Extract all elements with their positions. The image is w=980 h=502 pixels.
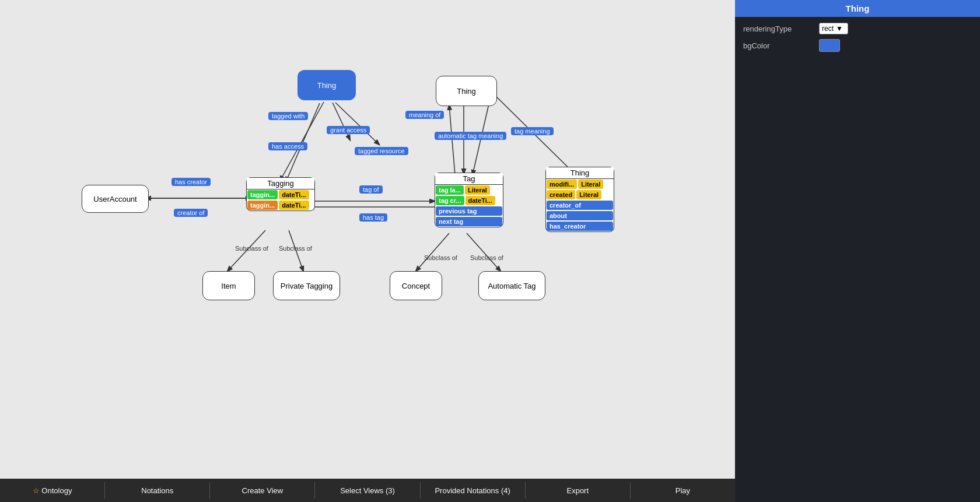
item-label: Item [216, 280, 240, 292]
play-label: Play [676, 486, 690, 495]
tagging-cell-1a: taggin... [247, 190, 278, 199]
ontology-button[interactable]: ☆ Ontology [0, 479, 104, 502]
thing-blue-node[interactable]: Thing [298, 70, 356, 100]
tagging-cell-1b: dateTi... [279, 190, 309, 199]
tagging-cell-2a: taggin... [247, 201, 278, 210]
play-button[interactable]: Play [631, 479, 735, 502]
bg-color-row: bgColor [743, 39, 972, 52]
rendering-type-value: rect [822, 24, 834, 33]
concept-node[interactable]: Concept [390, 271, 442, 300]
star-icon: ☆ [33, 486, 40, 495]
thing-cell-2b: Literal [576, 190, 601, 199]
select-views-label: Select Views (3) [340, 486, 395, 495]
bg-color-label: bgColor [743, 41, 819, 50]
thing-cell-5: has_creator [547, 222, 613, 231]
grant-access-label: grant access [327, 126, 370, 134]
right-panel-body: renderingType rect ▼ bgColor [735, 17, 980, 62]
rendering-type-row: renderingType rect ▼ [743, 23, 972, 34]
thing-blue-label: Thing [313, 80, 341, 91]
provided-notations-label: Provided Notations (4) [435, 486, 510, 495]
thing-top-right-label: Thing [452, 86, 481, 97]
tag-of-label: tag of [359, 185, 383, 194]
subclass-label-1: Subclass of [235, 245, 268, 252]
tag-meaning-label: tag meaning [511, 127, 554, 135]
concept-label: Concept [397, 280, 435, 292]
meaning-of-label: meaning of [405, 111, 444, 119]
create-view-button[interactable]: Create View [210, 479, 314, 502]
private-tagging-node[interactable]: Private Tagging [273, 271, 340, 300]
create-view-label: Create View [242, 486, 284, 495]
bg-color-swatch[interactable] [819, 39, 840, 52]
tagging-cell-2b: dateTi... [279, 201, 309, 210]
tag-cell-2b: dateTi... [466, 196, 495, 205]
tag-node[interactable]: Tag tag la... Literal tag cr... dateTi..… [435, 173, 503, 227]
ontology-label: Ontology [41, 486, 72, 495]
tagging-node[interactable]: Tagging taggin... dateTi... taggin... da… [246, 177, 315, 211]
tag-row-3: previous tag [435, 206, 503, 216]
subclass-label-2: Subclass of [279, 245, 312, 252]
tag-cell-1a: tag la... [436, 185, 464, 195]
thing-table-header: Thing [546, 167, 614, 179]
tagged-with-label: tagged with [268, 112, 308, 120]
svg-line-15 [467, 233, 501, 271]
thing-table-row-2: created Literal [546, 189, 614, 200]
svg-line-3 [335, 103, 379, 145]
tagging-row-1: taggin... dateTi... [247, 189, 314, 200]
thing-table-row-5: has_creator [546, 221, 614, 231]
item-node[interactable]: Item [202, 271, 255, 300]
thing-top-right-node[interactable]: Thing [436, 76, 497, 106]
automatic-tag-node[interactable]: Automatic Tag [478, 271, 545, 300]
subclass-label-4: Subclass of [470, 254, 503, 261]
rendering-type-select[interactable]: rect ▼ [819, 23, 848, 34]
tag-cell-4: next tag [436, 217, 502, 226]
tagging-row-2: taggin... dateTi... [247, 200, 314, 210]
right-panel: Thing renderingType rect ▼ bgColor [735, 0, 980, 502]
has-tag-label: has tag [359, 213, 387, 222]
notations-button[interactable]: Notations [105, 479, 209, 502]
svg-line-11 [449, 105, 455, 175]
private-tagging-label: Private Tagging [276, 280, 337, 292]
notations-label: Notations [141, 486, 173, 495]
export-label: Export [566, 486, 589, 495]
thing-table-row-1: modifi... Literal [546, 179, 614, 189]
tag-header: Tag [435, 173, 503, 185]
right-panel-title: Thing [735, 0, 980, 17]
thing-table-row-4: about [546, 210, 614, 221]
thing-table-node[interactable]: Thing modifi... Literal created Literal … [545, 167, 614, 232]
tag-row-1: tag la... Literal [435, 185, 503, 195]
bottom-bar: ☆ Ontology Notations Create View Select … [0, 479, 735, 502]
tagged-resource-label: tagged resource [355, 147, 408, 155]
thing-cell-1b: Literal [578, 180, 603, 189]
user-account-node[interactable]: UserAccount [82, 185, 149, 213]
tag-cell-2a: tag cr... [436, 196, 464, 205]
has-creator-label: has creator [172, 178, 211, 186]
automatic-tag-label: Automatic Tag [483, 280, 540, 292]
thing-cell-4: about [547, 211, 613, 220]
dropdown-arrow-icon: ▼ [836, 24, 843, 33]
svg-line-2 [332, 103, 350, 140]
thing-cell-1a: modifi... [547, 180, 577, 189]
thing-table-row-3: creator_of [546, 200, 614, 210]
export-button[interactable]: Export [526, 479, 630, 502]
subclass-label-3: Subclass of [424, 254, 457, 261]
tagging-header: Tagging [247, 178, 314, 189]
has-access-label: has access [268, 142, 307, 150]
rendering-type-label: renderingType [743, 24, 819, 33]
provided-notations-button[interactable]: Provided Notations (4) [421, 479, 525, 502]
thing-cell-3: creator_of [547, 201, 613, 210]
tag-cell-1b: Literal [465, 185, 490, 195]
user-account-label: UserAccount [89, 194, 141, 205]
tag-cell-3: previous tag [436, 206, 502, 216]
select-views-button[interactable]: Select Views (3) [315, 479, 419, 502]
thing-cell-2a: created [547, 190, 575, 199]
svg-line-14 [416, 233, 449, 271]
tag-row-2: tag cr... dateTi... [435, 195, 503, 206]
creator-of-label: creator of [174, 209, 208, 217]
automatic-tag-meaning-label: automatic tag meaning [435, 132, 506, 140]
tag-row-4: next tag [435, 216, 503, 227]
